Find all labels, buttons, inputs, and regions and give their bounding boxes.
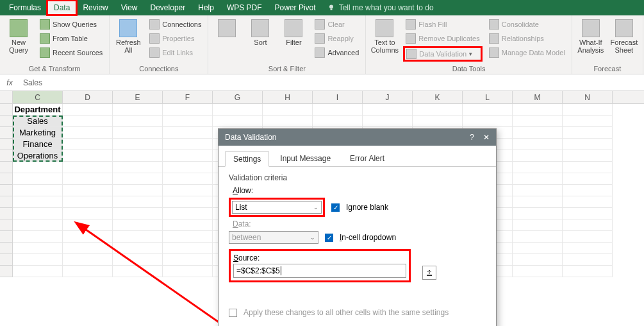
col-header-e[interactable]: E: [113, 91, 163, 103]
cell[interactable]: [513, 104, 563, 116]
cell[interactable]: [63, 219, 113, 231]
tab-settings[interactable]: Settings: [225, 151, 269, 167]
tab-formulas[interactable]: Formulas: [3, 1, 47, 15]
cell[interactable]: [63, 266, 113, 277]
cell[interactable]: [563, 139, 613, 150]
col-header-c[interactable]: C: [13, 91, 63, 103]
cell[interactable]: [163, 139, 213, 150]
row-header[interactable]: [0, 254, 13, 266]
cell[interactable]: [313, 116, 363, 127]
cell[interactable]: [413, 104, 463, 116]
cell[interactable]: [163, 173, 213, 185]
cell[interactable]: [163, 219, 213, 231]
cell[interactable]: [13, 196, 63, 208]
cell[interactable]: [113, 150, 163, 162]
ignore-blank-checkbox[interactable]: ✓: [331, 203, 340, 212]
refresh-all-button[interactable]: Refresh All: [113, 18, 143, 55]
sort-button[interactable]: Sort: [245, 18, 275, 47]
cell[interactable]: [163, 116, 213, 127]
cell[interactable]: [563, 173, 613, 185]
cell[interactable]: [113, 173, 163, 185]
cell[interactable]: [563, 243, 613, 254]
cell[interactable]: [163, 185, 213, 196]
row-header[interactable]: [0, 104, 13, 116]
data-validation-button[interactable]: Data Validation▾: [403, 46, 482, 62]
cell[interactable]: [163, 162, 213, 173]
cell[interactable]: [263, 104, 313, 116]
manage-data-model-button[interactable]: Manage Data Model: [486, 46, 568, 59]
cell[interactable]: [513, 139, 563, 150]
cell-c3[interactable]: Marketing: [13, 127, 63, 139]
relationships-button[interactable]: Relationships: [486, 32, 568, 45]
row-header[interactable]: [0, 116, 13, 127]
row-header[interactable]: [0, 185, 13, 196]
row-header[interactable]: [0, 139, 13, 150]
cell[interactable]: [163, 266, 213, 277]
cell[interactable]: [113, 185, 163, 196]
cell[interactable]: [13, 231, 63, 243]
cell[interactable]: [163, 254, 213, 266]
col-header-l[interactable]: L: [463, 91, 513, 103]
what-if-button[interactable]: What-If Analysis: [576, 18, 606, 55]
row-header[interactable]: [0, 127, 13, 139]
cell[interactable]: [563, 208, 613, 219]
cell[interactable]: [163, 243, 213, 254]
cell[interactable]: [163, 150, 213, 162]
cell[interactable]: [413, 116, 463, 127]
cell[interactable]: [113, 162, 163, 173]
cell[interactable]: [163, 208, 213, 219]
cell[interactable]: [163, 127, 213, 139]
row-header[interactable]: [0, 196, 13, 208]
consolidate-button[interactable]: Consolidate: [486, 18, 568, 31]
cell[interactable]: [63, 150, 113, 162]
tab-view[interactable]: View: [115, 1, 144, 15]
new-query-button[interactable]: New Query: [4, 18, 33, 55]
row-header[interactable]: [0, 162, 13, 173]
flash-fill-button[interactable]: Flash Fill: [403, 18, 482, 31]
edit-links-button[interactable]: Edit Links: [147, 46, 204, 59]
cell[interactable]: [63, 139, 113, 150]
cell[interactable]: [63, 173, 113, 185]
cell[interactable]: [563, 185, 613, 196]
cell[interactable]: [513, 219, 563, 231]
tab-input-message[interactable]: Input Message: [272, 151, 339, 166]
cell[interactable]: [113, 231, 163, 243]
cell-c5[interactable]: Operations: [13, 150, 63, 162]
dialog-close-button[interactable]: ✕: [483, 133, 490, 142]
cell-c4[interactable]: Finance: [13, 139, 63, 150]
tab-review[interactable]: Review: [76, 1, 114, 15]
cell[interactable]: [563, 116, 613, 127]
cell[interactable]: [563, 104, 613, 116]
remove-duplicates-button[interactable]: Remove Duplicates: [403, 32, 482, 45]
cell[interactable]: [113, 139, 163, 150]
cell[interactable]: [513, 116, 563, 127]
forecast-sheet-button[interactable]: Forecast Sheet: [609, 18, 639, 55]
cell[interactable]: [113, 243, 163, 254]
cell[interactable]: [63, 127, 113, 139]
col-header-i[interactable]: I: [313, 91, 363, 103]
allow-dropdown[interactable]: List ⌄: [232, 201, 322, 214]
cell[interactable]: [63, 231, 113, 243]
tab-help[interactable]: Help: [192, 1, 220, 15]
dialog-titlebar[interactable]: Data Validation ? ✕: [219, 129, 496, 146]
cell[interactable]: [63, 243, 113, 254]
col-header-j[interactable]: J: [363, 91, 413, 103]
cell[interactable]: [563, 150, 613, 162]
cell[interactable]: [113, 127, 163, 139]
cell[interactable]: [13, 254, 63, 266]
cell[interactable]: [463, 104, 513, 116]
cell-c2[interactable]: Sales: [13, 116, 63, 127]
cell[interactable]: [113, 104, 163, 116]
tab-developer[interactable]: Developer: [144, 1, 192, 15]
cell[interactable]: [513, 196, 563, 208]
tab-power-pivot[interactable]: Power Pivot: [268, 1, 322, 15]
cell[interactable]: [563, 231, 613, 243]
from-table-button[interactable]: From Table: [37, 32, 105, 45]
cell[interactable]: [563, 219, 613, 231]
show-queries-button[interactable]: Show Queries: [37, 18, 105, 31]
cell[interactable]: [113, 208, 163, 219]
cell[interactable]: [513, 162, 563, 173]
text-to-columns-button[interactable]: Text to Columns: [370, 18, 399, 55]
cell[interactable]: [63, 185, 113, 196]
cell[interactable]: [513, 173, 563, 185]
